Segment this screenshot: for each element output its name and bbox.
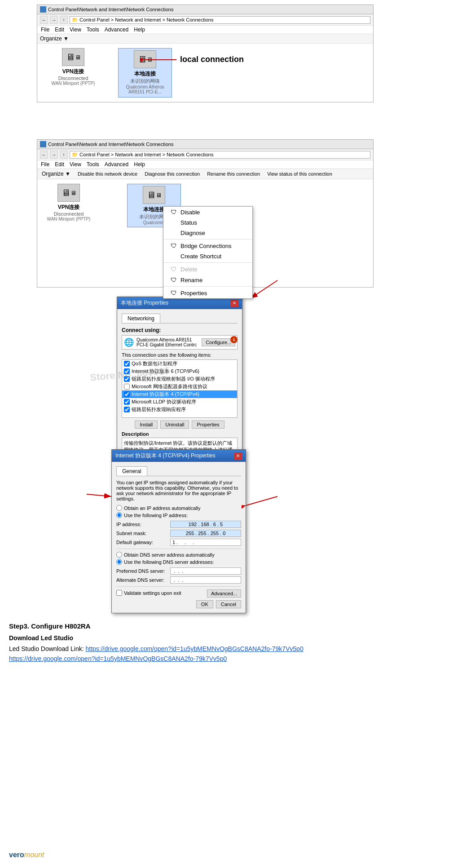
ok-cancel-row4: OK Cancel [116, 600, 241, 608]
nav-path2-text: 📁 Control Panel > Network and Internet >… [72, 152, 213, 157]
up-btn1[interactable]: ↑ [60, 16, 68, 24]
local-type2: Qualcomm [143, 220, 165, 225]
menu-file1[interactable]: File [41, 27, 49, 33]
radio-manual-dns[interactable] [116, 559, 122, 565]
disable-btn[interactable]: Disable this network device [76, 170, 139, 177]
preferred-dns-input[interactable] [170, 567, 241, 575]
back-btn1[interactable]: ← [40, 16, 48, 24]
cancel-btn4[interactable]: Cancel [216, 600, 241, 608]
ctx-disable-label: Disable [180, 209, 200, 216]
ip-input[interactable] [170, 521, 241, 528]
download-link2[interactable]: https://drive.google.com/open?id=1u5ybME… [9, 655, 227, 662]
menu-edit1[interactable]: Edit [55, 27, 64, 33]
titlebar1: Control Panel\Network and Internet\Netwo… [37, 4, 374, 14]
vpn-connection1[interactable]: 🖥 VPN连接 Disconnected WAN Miniport (PPTP) [46, 48, 100, 97]
validate-checkbox[interactable] [116, 590, 122, 596]
configure-btn[interactable]: Configure... 1 [202, 338, 235, 346]
advanced-btn[interactable]: Advanced... [207, 589, 241, 598]
gateway-input[interactable] [170, 539, 241, 546]
list-item-ms-lldp: Microsoft LLDP 协议驱动程序 [122, 398, 237, 406]
menu-help1[interactable]: Help [134, 27, 145, 33]
ctx-delete[interactable]: 🛡 Delete [163, 264, 252, 275]
status-btn[interactable]: View status of this connection [265, 170, 334, 177]
menu-view2[interactable]: View [70, 161, 81, 168]
radio-auto-ip[interactable] [116, 505, 122, 511]
title-icon2 [40, 141, 46, 147]
menu-file2[interactable]: File [41, 161, 49, 168]
ctx-diagnose-label: Diagnose [180, 230, 205, 236]
cb-ipv6[interactable] [124, 368, 130, 374]
organize-bar1[interactable]: Organize ▼ [37, 34, 373, 44]
ctx-disable[interactable]: 🛡 Disable [163, 207, 252, 217]
menu-view1[interactable]: View [70, 27, 81, 33]
ctx-shortcut[interactable]: Create Shortcut [163, 251, 252, 261]
up-btn2[interactable]: ↑ [60, 151, 68, 159]
context-menu: 🛡 Disable Status Diagnose 🛡 Bridge Conne… [163, 206, 253, 299]
intro-text: You can get IP settings assigned automat… [116, 480, 241, 501]
radio-auto-dns[interactable] [116, 552, 122, 558]
menu-edit2[interactable]: Edit [55, 161, 64, 168]
vpn-connection2[interactable]: 🖥 VPN连接 Disconnected WAN Miniport (PPTP) [42, 184, 96, 221]
menu-tools1[interactable]: Tools [87, 27, 99, 33]
ctx-sep3 [163, 286, 252, 287]
ctx-properties[interactable]: 🛡 Properties [163, 288, 252, 298]
menu-advanced1[interactable]: Advanced [105, 27, 128, 33]
radio-arrow [84, 487, 116, 502]
toolbar2: Organize ▼ Disable this network device D… [37, 169, 373, 179]
radio-auto-ip-label: Obtain an IP address automatically [124, 505, 200, 511]
cb-ms-lldp[interactable] [124, 399, 130, 405]
ctx-bridge[interactable]: 🛡 Bridge Connections [163, 240, 252, 251]
ctx-status[interactable]: Status [163, 217, 252, 228]
ctx-status-label: Status [180, 219, 197, 226]
dialog-content4: General You can get IP settings assigned… [112, 462, 246, 613]
configure-btn-label: Configure... [206, 340, 231, 345]
rename-icon: 🛡 [171, 276, 178, 283]
menu-help2[interactable]: Help [134, 161, 145, 168]
properties-btn[interactable]: Properties [192, 421, 224, 429]
tab-general[interactable]: General [116, 466, 147, 476]
ipv4-dialog: Internet 协议版本 4 (TCP/IPv4) Properties ✕ … [111, 449, 246, 613]
dialog-close3-btn[interactable]: ✕ [230, 300, 238, 307]
dialog-close4-btn[interactable]: ✕ [234, 452, 242, 460]
fwd-btn1[interactable]: → [50, 16, 58, 24]
organize-btn2[interactable]: Organize ▼ [40, 170, 72, 178]
diagnose-btn[interactable]: Diagnose this connection [143, 170, 202, 177]
menu-advanced2[interactable]: Advanced [105, 161, 128, 168]
download-link[interactable]: https://drive.google.com/open?id=1u5ybME… [85, 645, 303, 652]
win-main2: ← → ↑ 📁 Control Panel > Network and Inte… [37, 149, 374, 288]
list-item-ipv6: Internet 协议版本 6 (TCP/IPv6) [122, 368, 237, 375]
local-name2: 本地连接 [143, 206, 165, 213]
vpn-status2: Disconnected [54, 211, 84, 217]
back-btn2[interactable]: ← [40, 151, 48, 159]
uninstall-btn[interactable]: Uninstall [160, 421, 189, 429]
download-title: Download Led Studio [9, 634, 440, 642]
menu-tools2[interactable]: Tools [87, 161, 99, 168]
install-btn[interactable]: Install [135, 421, 158, 429]
radio-manual-ip[interactable] [116, 512, 122, 518]
ctx-shortcut-label: Create Shortcut [180, 253, 221, 260]
rename-btn[interactable]: Rename this connection [205, 170, 262, 177]
radio-group-ip: Obtain an IP address automatically Use t… [116, 505, 241, 518]
validate-check-row: Validate settings upon exit [116, 590, 181, 596]
validate-label: Validate settings upon exit [124, 590, 181, 596]
alternate-dns-input[interactable] [170, 576, 241, 584]
section1-window: Control Panel\Network and Internet\Netwo… [37, 4, 374, 102]
cb-ms-net[interactable] [124, 384, 130, 390]
section4-dialog: Internet 协议版本 4 (TCP/IPv4) Properties ✕ … [111, 449, 246, 613]
cb-resp[interactable] [124, 407, 130, 412]
vpn-type1: WAN Miniport (PPTP) [52, 81, 95, 86]
adapter-name: Qualcomm Atheros AR8151 PCI-E Gigabit Et… [136, 337, 199, 347]
radio-auto-dns-label: Obtain DNS server address automatically [124, 552, 215, 558]
cb-lldp-io[interactable] [124, 376, 130, 382]
ctx-diagnose[interactable]: Diagnose [163, 228, 252, 238]
tab-networking[interactable]: Networking [122, 314, 160, 323]
ctx-rename[interactable]: 🛡 Rename [163, 275, 252, 285]
organize-btn1[interactable]: Organize ▼ [40, 35, 69, 42]
ok-btn4[interactable]: OK [196, 600, 213, 608]
cb-qos[interactable] [124, 361, 130, 367]
fwd-btn2[interactable]: → [50, 151, 58, 159]
subnet-input[interactable] [170, 530, 241, 537]
list-item-ipv4[interactable]: Internet 协议版本 4 (TCP/IPv4) [122, 390, 237, 398]
cb-ipv4[interactable] [124, 391, 130, 397]
nav-bar1: ← → ↑ 📁 Control Panel > Network and Inte… [37, 14, 373, 26]
